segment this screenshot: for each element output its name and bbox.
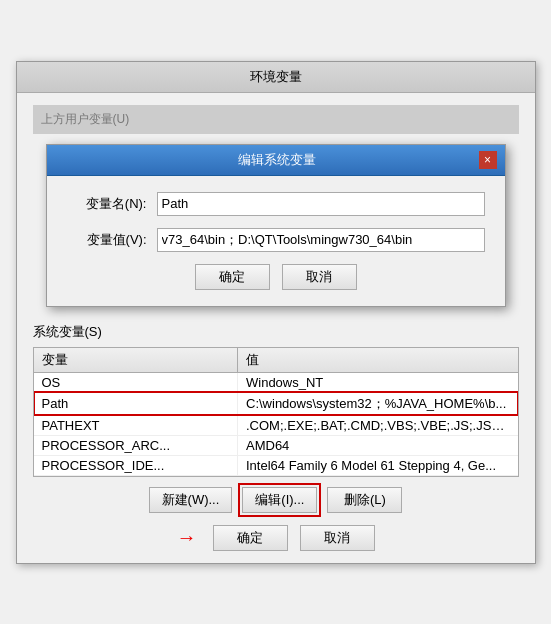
- final-cancel-button[interactable]: 取消: [300, 525, 375, 551]
- table-cell-name: OS: [34, 372, 238, 392]
- system-vars-table-container[interactable]: 变量 值 OSWindows_NTPathC:\windows\system32…: [33, 347, 519, 477]
- close-button[interactable]: ×: [479, 151, 497, 169]
- table-row[interactable]: PathC:\windows\system32；%JAVA_HOME%\b...: [34, 392, 518, 415]
- table-cell-value: Windows_NT: [238, 372, 518, 392]
- user-vars-section: 上方用户变量(U): [33, 105, 519, 134]
- system-vars-label: 系统变量(S): [33, 323, 519, 341]
- arrow-icon: →: [177, 526, 197, 549]
- env-dialog-titlebar: 环境变量: [17, 62, 535, 93]
- var-value-label: 变量值(V):: [67, 231, 147, 249]
- table-cell-name: PATHEXT: [34, 415, 238, 435]
- col-header-name: 变量: [34, 348, 238, 373]
- var-value-row: 变量值(V):: [67, 228, 485, 252]
- table-row[interactable]: OSWindows_NT: [34, 372, 518, 392]
- table-cell-name: PROCESSOR_IDE...: [34, 455, 238, 475]
- table-cell-value: C:\windows\system32；%JAVA_HOME%\b...: [238, 392, 518, 415]
- inner-dialog-body: 变量名(N): 变量值(V): 确定 取消: [47, 176, 505, 306]
- system-vars-table: 变量 值 OSWindows_NTPathC:\windows\system32…: [34, 348, 518, 476]
- table-cell-value: .COM;.EXE;.BAT;.CMD;.VBS;.VBE;.JS;.JSE;.…: [238, 415, 518, 435]
- table-header-row: 变量 值: [34, 348, 518, 373]
- inner-dialog-titlebar: 编辑系统变量 ×: [47, 145, 505, 176]
- var-value-input[interactable]: [157, 228, 485, 252]
- table-cell-name: PROCESSOR_ARC...: [34, 435, 238, 455]
- inner-cancel-button[interactable]: 取消: [282, 264, 357, 290]
- inner-dialog-buttons: 确定 取消: [67, 264, 485, 290]
- table-row[interactable]: PROCESSOR_ARC...AMD64: [34, 435, 518, 455]
- var-name-input[interactable]: [157, 192, 485, 216]
- delete-button[interactable]: 删除(L): [327, 487, 402, 513]
- bottom-action-buttons: 新建(W)... 编辑(I)... 删除(L): [33, 487, 519, 513]
- table-cell-value: AMD64: [238, 435, 518, 455]
- final-confirm-button[interactable]: 确定: [213, 525, 288, 551]
- inner-dialog-title: 编辑系统变量: [75, 151, 479, 169]
- upper-section-text: 上方用户变量(U): [41, 112, 130, 126]
- var-name-label: 变量名(N):: [67, 195, 147, 213]
- final-buttons: → 确定 取消: [33, 525, 519, 551]
- table-row[interactable]: PATHEXT.COM;.EXE;.BAT;.CMD;.VBS;.VBE;.JS…: [34, 415, 518, 435]
- edit-system-var-dialog: 编辑系统变量 × 变量名(N): 变量值(V): 确定 取消: [46, 144, 506, 307]
- env-dialog: 环境变量 上方用户变量(U) 编辑系统变量 × 变量名(N): 变量值(V):: [16, 61, 536, 564]
- env-dialog-body: 上方用户变量(U) 编辑系统变量 × 变量名(N): 变量值(V): 确定: [17, 93, 535, 563]
- new-button[interactable]: 新建(W)...: [149, 487, 233, 513]
- var-name-row: 变量名(N):: [67, 192, 485, 216]
- table-cell-name: Path: [34, 392, 238, 415]
- edit-button[interactable]: 编辑(I)...: [242, 487, 317, 513]
- env-dialog-title: 环境变量: [250, 68, 302, 86]
- table-cell-value: Intel64 Family 6 Model 61 Stepping 4, Ge…: [238, 455, 518, 475]
- inner-confirm-button[interactable]: 确定: [195, 264, 270, 290]
- table-row[interactable]: PROCESSOR_IDE...Intel64 Family 6 Model 6…: [34, 455, 518, 475]
- col-header-value: 值: [238, 348, 518, 373]
- system-vars-tbody: OSWindows_NTPathC:\windows\system32；%JAV…: [34, 372, 518, 475]
